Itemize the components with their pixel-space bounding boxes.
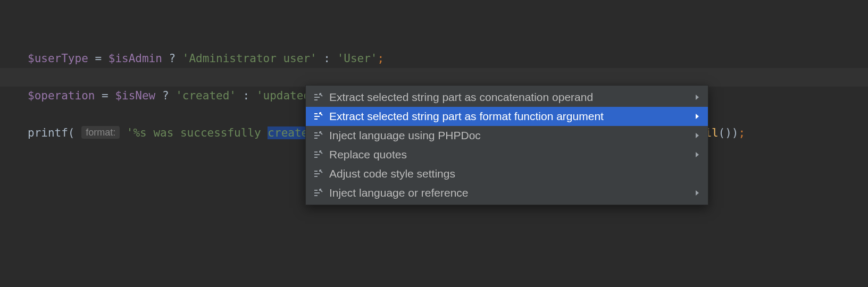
code-token: 'created'	[176, 89, 236, 102]
code-token: $isAdmin	[108, 52, 162, 65]
menu-item-label: Inject language or reference	[329, 187, 694, 199]
intention-icon	[312, 91, 324, 103]
code-token: ())	[719, 126, 739, 139]
intention-icon	[312, 111, 324, 122]
menu-item-label: Adjust code style settings	[329, 167, 694, 180]
intention-icon	[312, 130, 324, 141]
code-token	[120, 126, 127, 139]
submenu-arrow-icon	[694, 132, 700, 139]
submenu-arrow-icon	[694, 113, 700, 120]
menu-item-label: Replace quotes	[329, 148, 694, 161]
code-token: 'User'	[337, 52, 378, 65]
parameter-hint: format:	[81, 126, 120, 139]
code-token: $operation	[28, 89, 95, 102]
menu-item[interactable]: Inject language or reference	[306, 183, 708, 202]
code-token: ;	[738, 126, 745, 139]
intention-icon	[312, 149, 324, 161]
menu-item-label: Inject language using PHPDoc	[329, 129, 694, 142]
submenu-arrow-icon	[694, 151, 700, 158]
code-token: =	[88, 52, 108, 65]
code-token: '%s was successfully	[127, 126, 268, 139]
code-token: :	[236, 89, 256, 102]
menu-item[interactable]: Extract selected string part as format f…	[306, 107, 708, 126]
intention-icon	[312, 187, 324, 199]
menu-item[interactable]: Replace quotes	[306, 145, 708, 164]
code-token: $userType	[28, 52, 88, 65]
menu-item[interactable]: Extract selected string part as concaten…	[306, 88, 708, 107]
menu-item-label: Extract selected string part as format f…	[329, 110, 694, 123]
submenu-arrow-icon	[694, 190, 700, 196]
code-token: =	[95, 89, 115, 102]
code-token: 'Administrator user'	[182, 52, 317, 65]
menu-item[interactable]: Adjust code style settings	[306, 164, 708, 183]
menu-item-label: Extract selected string part as concaten…	[329, 91, 694, 104]
code-token: (	[68, 126, 81, 139]
menu-item[interactable]: Inject language using PHPDoc	[306, 126, 708, 145]
code-token: printf	[28, 126, 68, 139]
code-line-1[interactable]: $userType = $isAdmin ? 'Administrator us…	[28, 49, 868, 68]
code-token: ?	[162, 52, 182, 65]
code-token: :	[317, 52, 337, 65]
submenu-arrow-icon	[694, 94, 700, 100]
code-token: ?	[155, 89, 176, 102]
code-token: $isNew	[115, 89, 155, 102]
intention-icon	[312, 168, 324, 180]
code-token: ;	[378, 52, 385, 65]
context-menu: Extract selected string part as concaten…	[305, 85, 708, 205]
